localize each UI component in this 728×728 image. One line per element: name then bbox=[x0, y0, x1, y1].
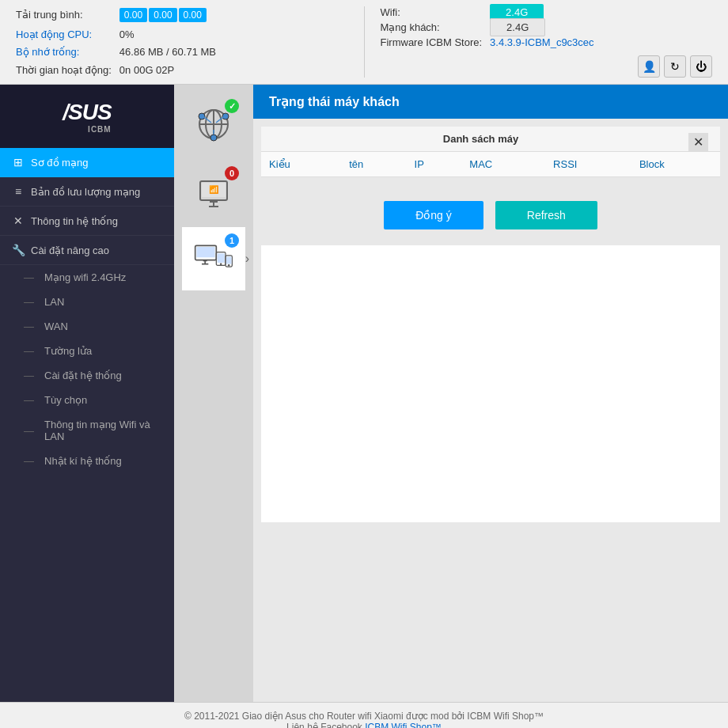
bo-nho-link[interactable]: Bộ nhớ trống: bbox=[16, 46, 112, 58]
top-bar-right: Wifi: 2.4G Mạng khách: 2.4G Firmware ICB… bbox=[365, 6, 713, 78]
sidebar-item-cai-dat[interactable]: 🔧 Cài đặt nâng cao bbox=[0, 236, 174, 265]
globe-badge: ✓ bbox=[225, 99, 239, 113]
chart-icon: ≡ bbox=[12, 185, 25, 198]
icon-network-globe[interactable]: ✓ bbox=[182, 93, 245, 156]
sidebar-label-thong-tin: Thông tin hệ thống bbox=[31, 215, 118, 227]
svg-point-26 bbox=[228, 264, 230, 267]
sidebar-sub-lan[interactable]: — LAN bbox=[0, 290, 174, 314]
info-icon: ✕ bbox=[12, 214, 25, 227]
sidebar-sub-tuy-chon[interactable]: — Tùy chọn bbox=[0, 388, 174, 412]
sidebar-sub-nhat-ki[interactable]: — Nhật kí hệ thống bbox=[0, 449, 174, 473]
sidebar-label-lan: LAN bbox=[44, 296, 64, 308]
icbm-label: ICBM bbox=[63, 125, 111, 134]
sidebar: /SUS ICBM ⊞ Sơ đồ mạng ≡ Bản đồ lưu lượn… bbox=[0, 85, 174, 702]
sidebar-label-wan: WAN bbox=[44, 320, 68, 332]
sidebar-logo: /SUS ICBM bbox=[0, 85, 174, 148]
sidebar-item-thong-tin[interactable]: ✕ Thông tin hệ thống bbox=[0, 207, 174, 236]
icon-panel: ✓ 📶 0 bbox=[174, 85, 253, 702]
cpu-badges: 0.00 0.00 0.00 bbox=[119, 8, 348, 22]
sidebar-sub-thong-tin-mang[interactable]: — Thông tin mạng Wifi và LAN bbox=[0, 412, 174, 449]
main-layout: /SUS ICBM ⊞ Sơ đồ mạng ≡ Bản đồ lưu lượn… bbox=[0, 85, 728, 702]
thoi-gian-label: Thời gian hoạt động: bbox=[16, 64, 112, 76]
sidebar-label-tuy-chon: Tùy chọn bbox=[44, 394, 87, 406]
col-ten: tên bbox=[341, 152, 406, 177]
footer-facebook-link[interactable]: ICBM Wifi Shop™ bbox=[365, 722, 442, 728]
sidebar-label-so-do-mang: Sơ đồ mạng bbox=[31, 157, 88, 169]
badge-3: 0.00 bbox=[179, 8, 207, 22]
user-icon-btn[interactable]: 👤 bbox=[638, 55, 660, 78]
empty-content-area bbox=[261, 245, 720, 522]
content-header: Trạng thái máy khách bbox=[253, 85, 728, 119]
dash-icon-firewall: — bbox=[24, 345, 34, 357]
col-block: Block bbox=[631, 152, 720, 177]
top-bar-actions: 👤 ↻ ⏻ bbox=[381, 55, 713, 78]
sidebar-label-ban-do: Bản đồ lưu lượng mạng bbox=[31, 186, 140, 198]
dash-icon-wifi: — bbox=[24, 271, 34, 283]
sidebar-label-thong-tin-mang: Thông tin mạng Wifi và LAN bbox=[44, 419, 162, 442]
svg-point-23 bbox=[220, 263, 222, 265]
hoat-dong-value: 0% bbox=[119, 28, 348, 40]
dash-icon-system: — bbox=[24, 370, 34, 381]
sidebar-label-cai-dat: Cài đặt nâng cao bbox=[31, 245, 109, 256]
dash-icon-wan: — bbox=[24, 320, 34, 332]
device-list-table: Kiểu tên IP MAC RSSI Block bbox=[261, 152, 720, 177]
dash-icon-nhat-ki: — bbox=[24, 455, 34, 467]
wrench-icon: 🔧 bbox=[12, 244, 25, 256]
hoat-dong-link[interactable]: Hoạt động CPU: bbox=[16, 28, 112, 40]
page-title: Trạng thái máy khách bbox=[269, 95, 400, 108]
badge-1: 0.00 bbox=[119, 8, 147, 22]
footer-facebook: Liên hệ Facebook ICBM Wifi Shop™ bbox=[8, 722, 720, 728]
action-row: Đồng ý Refresh bbox=[253, 185, 728, 245]
svg-text:📶: 📶 bbox=[209, 184, 219, 195]
col-rssi: RSSI bbox=[545, 152, 631, 177]
svg-point-5 bbox=[222, 113, 229, 119]
badge-2: 0.00 bbox=[149, 8, 176, 22]
power-icon-btn[interactable]: ⏻ bbox=[690, 55, 712, 78]
svg-rect-25 bbox=[226, 257, 232, 264]
svg-rect-22 bbox=[218, 253, 225, 263]
tai-trung-binh-label: Tải trung bình: bbox=[16, 9, 112, 21]
firmware-link[interactable]: 3.4.3.9-ICBM_c9c3cec bbox=[490, 36, 712, 48]
footer: © 2011-2021 Giao diện Asus cho Router wi… bbox=[0, 702, 728, 728]
asus-logo-text: /SUS ICBM bbox=[63, 100, 111, 134]
main-content: Trạng thái máy khách Danh sách máy ✕ Kiể… bbox=[253, 85, 728, 702]
firmware-label: Firmware ICBM Store: bbox=[381, 36, 483, 48]
table-section-title: Danh sách máy ✕ bbox=[261, 127, 720, 152]
sidebar-sub-cai-dat-he-thong[interactable]: — Cài đặt hệ thống bbox=[0, 363, 174, 388]
mang-khach-value: 2.4G bbox=[490, 18, 545, 36]
content-area: ✓ 📶 0 bbox=[174, 85, 728, 702]
confirm-button[interactable]: Đồng ý bbox=[384, 201, 483, 229]
sidebar-label-cai-dat-he-thong: Cài đặt hệ thống bbox=[44, 370, 122, 381]
sidebar-label-nhat-ki: Nhật kí hệ thống bbox=[44, 455, 122, 467]
sidebar-sub-wifi[interactable]: — Mạng wifi 2.4GHz bbox=[0, 265, 174, 290]
top-bar: Tải trung bình: 0.00 0.00 0.00 Hoạt động… bbox=[0, 0, 728, 85]
sidebar-sub-tuong-lua[interactable]: — Tường lửa bbox=[0, 339, 174, 363]
sidebar-sub-wan[interactable]: — WAN bbox=[0, 314, 174, 339]
wifi-label: Wifi: bbox=[381, 6, 483, 18]
sidebar-label-wifi: Mạng wifi 2.4GHz bbox=[44, 271, 126, 283]
svg-rect-17 bbox=[196, 247, 214, 257]
dash-icon-mang: — bbox=[24, 425, 34, 437]
close-button[interactable]: ✕ bbox=[688, 133, 708, 151]
icon-devices[interactable]: 1 › bbox=[182, 227, 245, 290]
device-table-container: Danh sách máy ✕ Kiểu tên IP MAC RSSI Blo… bbox=[261, 127, 720, 177]
refresh-icon-btn[interactable]: ↻ bbox=[664, 55, 686, 78]
dash-icon-lan: — bbox=[24, 296, 34, 308]
home-icon: ⊞ bbox=[12, 156, 25, 169]
footer-copyright: © 2011-2021 Giao diện Asus cho Router wi… bbox=[8, 711, 720, 722]
sidebar-item-ban-do[interactable]: ≡ Bản đồ lưu lượng mạng bbox=[0, 177, 174, 207]
top-bar-left: Tải trung bình: 0.00 0.00 0.00 Hoạt động… bbox=[16, 6, 365, 78]
sidebar-label-tuong-lua: Tường lửa bbox=[44, 345, 92, 357]
col-kieu: Kiểu bbox=[261, 152, 341, 177]
thoi-gian-value: 0n 00G 02P bbox=[119, 64, 348, 76]
icon-wifi-device[interactable]: 📶 0 bbox=[182, 160, 245, 223]
dash-icon-tuy-chon: — bbox=[24, 394, 34, 406]
sidebar-item-so-do-mang[interactable]: ⊞ Sơ đồ mạng bbox=[0, 148, 174, 177]
footer-facebook-label: Liên hệ Facebook bbox=[286, 722, 362, 728]
devices-badge: 1 bbox=[225, 233, 239, 248]
svg-point-6 bbox=[210, 135, 217, 141]
wifi-device-badge: 0 bbox=[225, 166, 239, 180]
refresh-button[interactable]: Refresh bbox=[495, 201, 597, 229]
bo-nho-value: 46.86 MB / 60.71 MB bbox=[119, 46, 348, 58]
svg-point-4 bbox=[199, 113, 205, 119]
